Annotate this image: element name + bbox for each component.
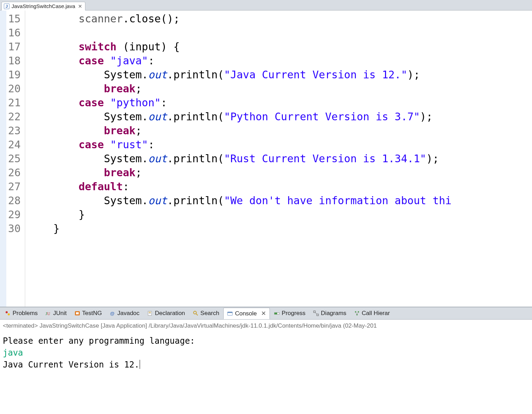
svg-rect-12 (227, 312, 232, 313)
view-tab-label: Console (235, 310, 257, 317)
line-number: 27 (1, 180, 21, 194)
code-line[interactable]: break; (28, 166, 532, 180)
editor-tab-active[interactable]: J JavaStringSwitchCase.java ✕ (1, 2, 85, 10)
console-output[interactable]: Please enter any programming language:ja… (0, 330, 532, 414)
svg-rect-7 (149, 312, 151, 313)
text-caret (140, 360, 140, 369)
view-tab-label: Declaration (155, 310, 185, 317)
svg-point-0 (6, 311, 8, 313)
code-line[interactable]: case "java": (28, 54, 532, 68)
view-tab-testng[interactable]: TestNG (71, 308, 106, 319)
view-tab-label: Search (201, 310, 219, 317)
view-tab-diagrams[interactable]: Diagrams (310, 308, 350, 319)
view-tab-callh[interactable]: Call Hierar (351, 308, 393, 319)
testng-icon (75, 310, 80, 316)
problems-icon (5, 310, 10, 316)
view-tab-search[interactable]: Search (189, 308, 223, 319)
view-tab-label: TestNG (82, 310, 102, 317)
svg-rect-15 (314, 311, 315, 313)
line-number: 24 (1, 138, 21, 152)
svg-rect-14 (274, 313, 277, 314)
svg-point-1 (8, 313, 10, 315)
line-number: 26 (1, 166, 21, 180)
line-number: 18 (1, 54, 21, 68)
code-line[interactable]: } (28, 222, 532, 236)
search-icon (193, 310, 198, 316)
line-number: 25 (1, 152, 21, 166)
code-line[interactable]: System.out.println("We don't have inform… (28, 194, 532, 208)
line-number: 30 (1, 222, 21, 236)
views-tabbar: ProblemsJUJUnitTestNG@JavadocDeclaration… (0, 307, 532, 320)
console-launch-header: <terminated> JavaStringSwitchCase [Java … (0, 320, 532, 330)
code-line[interactable]: System.out.println("Rust Current Version… (28, 152, 532, 166)
code-line[interactable]: break; (28, 124, 532, 138)
view-tab-console[interactable]: Console✕ (223, 308, 270, 319)
console-line-output: Please enter any programming language: (3, 335, 529, 347)
line-number: 16 (1, 26, 21, 40)
editor-tab-filename: JavaStringSwitchCase.java (12, 3, 75, 9)
view-tab-junit[interactable]: JUJUnit (42, 308, 70, 319)
code-line[interactable]: } (28, 208, 532, 222)
line-number: 21 (1, 96, 21, 110)
view-tab-label: Javadoc (117, 310, 139, 317)
editor-area[interactable]: 15161718192021222324252627282930 scanner… (0, 10, 532, 307)
view-tab-label: Diagrams (321, 310, 346, 317)
line-number: 23 (1, 124, 21, 138)
code-line[interactable]: default: (28, 180, 532, 194)
view-tab-label: Problems (13, 310, 38, 317)
line-number: 19 (1, 68, 21, 82)
view-tab-label: Call Hierar (362, 310, 390, 317)
code-line[interactable]: break; (28, 82, 532, 96)
line-number: 29 (1, 208, 21, 222)
console-line-input: java (3, 347, 529, 359)
svg-rect-8 (149, 313, 151, 314)
view-tab-decl[interactable]: Declaration (144, 308, 189, 319)
code-line[interactable]: case "rust": (28, 138, 532, 152)
close-icon[interactable]: ✕ (261, 310, 266, 317)
svg-line-10 (196, 314, 198, 315)
progress-icon (274, 310, 280, 316)
code-line[interactable]: System.out.println("Java Current Version… (28, 68, 532, 82)
code-line[interactable]: case "python": (28, 96, 532, 110)
svg-rect-16 (317, 314, 318, 316)
console-icon (227, 311, 233, 316)
close-icon[interactable]: ✕ (77, 3, 82, 9)
svg-line-17 (315, 313, 317, 314)
view-tab-label: Progress (282, 310, 306, 317)
view-tab-label: JUnit (53, 310, 67, 317)
declaration-icon (147, 310, 153, 316)
junit-icon: JU (46, 310, 51, 316)
line-number: 15 (1, 12, 21, 26)
code-line[interactable]: scanner.close(); (28, 12, 532, 26)
svg-rect-4 (76, 312, 79, 314)
diagrams-icon (313, 310, 319, 316)
line-number: 20 (1, 82, 21, 96)
console-line-output: Java Current Version is 12. (3, 359, 529, 371)
line-number-gutter: 15161718192021222324252627282930 (0, 10, 25, 307)
ide-frame: J JavaStringSwitchCase.java ✕ 1516171819… (0, 0, 532, 414)
view-tab-problems[interactable]: Problems (1, 308, 41, 319)
svg-text:JU: JU (46, 311, 50, 316)
line-number: 28 (1, 194, 21, 208)
editor-tabbar: J JavaStringSwitchCase.java ✕ (0, 0, 532, 10)
call-hierarchy-icon (354, 310, 360, 316)
view-tab-javadoc[interactable]: @Javadoc (106, 308, 143, 319)
code-line[interactable] (28, 26, 532, 40)
line-number: 17 (1, 40, 21, 54)
code-line[interactable]: System.out.println("Python Current Versi… (28, 110, 532, 124)
code-content[interactable]: scanner.close(); switch (input) { case "… (25, 10, 532, 307)
view-tab-progress[interactable]: Progress (271, 308, 309, 319)
code-line[interactable]: switch (input) { (28, 40, 532, 54)
svg-point-9 (194, 311, 196, 314)
svg-text:@: @ (110, 311, 114, 316)
line-number: 22 (1, 110, 21, 124)
javadoc-icon: @ (110, 310, 115, 316)
java-file-icon: J (4, 3, 9, 9)
